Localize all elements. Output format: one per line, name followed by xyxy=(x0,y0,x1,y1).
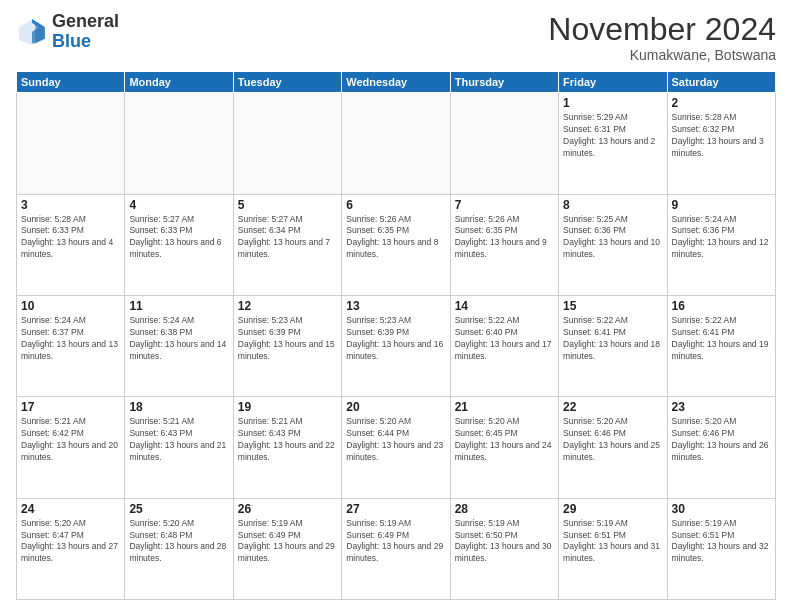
calendar-week-1: 1Sunrise: 5:29 AM Sunset: 6:31 PM Daylig… xyxy=(17,93,776,194)
calendar-cell: 28Sunrise: 5:19 AM Sunset: 6:50 PM Dayli… xyxy=(450,498,558,599)
calendar-cell xyxy=(17,93,125,194)
calendar-table: Sunday Monday Tuesday Wednesday Thursday… xyxy=(16,71,776,600)
day-number: 30 xyxy=(672,502,771,516)
day-number: 24 xyxy=(21,502,120,516)
day-number: 6 xyxy=(346,198,445,212)
calendar-cell: 20Sunrise: 5:20 AM Sunset: 6:44 PM Dayli… xyxy=(342,397,450,498)
day-number: 11 xyxy=(129,299,228,313)
day-info: Sunrise: 5:27 AM Sunset: 6:33 PM Dayligh… xyxy=(129,214,228,262)
calendar-cell: 12Sunrise: 5:23 AM Sunset: 6:39 PM Dayli… xyxy=(233,295,341,396)
day-number: 21 xyxy=(455,400,554,414)
day-info: Sunrise: 5:20 AM Sunset: 6:46 PM Dayligh… xyxy=(563,416,662,464)
header: General Blue November 2024 Kumakwane, Bo… xyxy=(16,12,776,63)
logo-text: General Blue xyxy=(52,12,119,52)
day-number: 27 xyxy=(346,502,445,516)
calendar-cell: 7Sunrise: 5:26 AM Sunset: 6:35 PM Daylig… xyxy=(450,194,558,295)
day-info: Sunrise: 5:19 AM Sunset: 6:50 PM Dayligh… xyxy=(455,518,554,566)
calendar-cell: 5Sunrise: 5:27 AM Sunset: 6:34 PM Daylig… xyxy=(233,194,341,295)
day-number: 28 xyxy=(455,502,554,516)
day-number: 20 xyxy=(346,400,445,414)
day-number: 22 xyxy=(563,400,662,414)
col-sunday: Sunday xyxy=(17,72,125,93)
day-number: 1 xyxy=(563,96,662,110)
logo-icon xyxy=(16,16,48,48)
day-number: 26 xyxy=(238,502,337,516)
calendar-cell: 17Sunrise: 5:21 AM Sunset: 6:42 PM Dayli… xyxy=(17,397,125,498)
col-monday: Monday xyxy=(125,72,233,93)
day-info: Sunrise: 5:19 AM Sunset: 6:49 PM Dayligh… xyxy=(238,518,337,566)
calendar-cell: 11Sunrise: 5:24 AM Sunset: 6:38 PM Dayli… xyxy=(125,295,233,396)
day-number: 23 xyxy=(672,400,771,414)
calendar-cell: 10Sunrise: 5:24 AM Sunset: 6:37 PM Dayli… xyxy=(17,295,125,396)
day-number: 5 xyxy=(238,198,337,212)
calendar-cell xyxy=(125,93,233,194)
calendar-cell: 27Sunrise: 5:19 AM Sunset: 6:49 PM Dayli… xyxy=(342,498,450,599)
day-info: Sunrise: 5:29 AM Sunset: 6:31 PM Dayligh… xyxy=(563,112,662,160)
title-block: November 2024 Kumakwane, Botswana xyxy=(548,12,776,63)
calendar-cell: 16Sunrise: 5:22 AM Sunset: 6:41 PM Dayli… xyxy=(667,295,775,396)
day-info: Sunrise: 5:19 AM Sunset: 6:49 PM Dayligh… xyxy=(346,518,445,566)
page: General Blue November 2024 Kumakwane, Bo… xyxy=(0,0,792,612)
calendar-cell: 29Sunrise: 5:19 AM Sunset: 6:51 PM Dayli… xyxy=(559,498,667,599)
calendar-cell: 22Sunrise: 5:20 AM Sunset: 6:46 PM Dayli… xyxy=(559,397,667,498)
col-wednesday: Wednesday xyxy=(342,72,450,93)
logo-general-text: General xyxy=(52,11,119,31)
day-info: Sunrise: 5:24 AM Sunset: 6:38 PM Dayligh… xyxy=(129,315,228,363)
calendar-cell xyxy=(450,93,558,194)
day-number: 17 xyxy=(21,400,120,414)
day-number: 18 xyxy=(129,400,228,414)
calendar-cell: 18Sunrise: 5:21 AM Sunset: 6:43 PM Dayli… xyxy=(125,397,233,498)
calendar-cell: 13Sunrise: 5:23 AM Sunset: 6:39 PM Dayli… xyxy=(342,295,450,396)
calendar-cell: 23Sunrise: 5:20 AM Sunset: 6:46 PM Dayli… xyxy=(667,397,775,498)
day-info: Sunrise: 5:22 AM Sunset: 6:40 PM Dayligh… xyxy=(455,315,554,363)
day-number: 7 xyxy=(455,198,554,212)
location-subtitle: Kumakwane, Botswana xyxy=(548,47,776,63)
calendar-cell: 4Sunrise: 5:27 AM Sunset: 6:33 PM Daylig… xyxy=(125,194,233,295)
calendar-week-3: 10Sunrise: 5:24 AM Sunset: 6:37 PM Dayli… xyxy=(17,295,776,396)
day-info: Sunrise: 5:27 AM Sunset: 6:34 PM Dayligh… xyxy=(238,214,337,262)
day-number: 8 xyxy=(563,198,662,212)
col-friday: Friday xyxy=(559,72,667,93)
calendar-cell xyxy=(342,93,450,194)
calendar-cell: 26Sunrise: 5:19 AM Sunset: 6:49 PM Dayli… xyxy=(233,498,341,599)
calendar-cell: 14Sunrise: 5:22 AM Sunset: 6:40 PM Dayli… xyxy=(450,295,558,396)
col-tuesday: Tuesday xyxy=(233,72,341,93)
calendar-week-4: 17Sunrise: 5:21 AM Sunset: 6:42 PM Dayli… xyxy=(17,397,776,498)
day-info: Sunrise: 5:20 AM Sunset: 6:44 PM Dayligh… xyxy=(346,416,445,464)
calendar-cell: 8Sunrise: 5:25 AM Sunset: 6:36 PM Daylig… xyxy=(559,194,667,295)
day-info: Sunrise: 5:21 AM Sunset: 6:43 PM Dayligh… xyxy=(129,416,228,464)
day-number: 3 xyxy=(21,198,120,212)
day-info: Sunrise: 5:25 AM Sunset: 6:36 PM Dayligh… xyxy=(563,214,662,262)
day-number: 2 xyxy=(672,96,771,110)
day-info: Sunrise: 5:26 AM Sunset: 6:35 PM Dayligh… xyxy=(455,214,554,262)
day-number: 29 xyxy=(563,502,662,516)
day-info: Sunrise: 5:24 AM Sunset: 6:37 PM Dayligh… xyxy=(21,315,120,363)
day-info: Sunrise: 5:20 AM Sunset: 6:48 PM Dayligh… xyxy=(129,518,228,566)
day-number: 13 xyxy=(346,299,445,313)
month-title: November 2024 xyxy=(548,12,776,47)
day-info: Sunrise: 5:20 AM Sunset: 6:47 PM Dayligh… xyxy=(21,518,120,566)
calendar-cell: 9Sunrise: 5:24 AM Sunset: 6:36 PM Daylig… xyxy=(667,194,775,295)
day-info: Sunrise: 5:21 AM Sunset: 6:43 PM Dayligh… xyxy=(238,416,337,464)
day-number: 12 xyxy=(238,299,337,313)
day-number: 16 xyxy=(672,299,771,313)
day-number: 4 xyxy=(129,198,228,212)
day-number: 15 xyxy=(563,299,662,313)
day-info: Sunrise: 5:22 AM Sunset: 6:41 PM Dayligh… xyxy=(563,315,662,363)
day-info: Sunrise: 5:23 AM Sunset: 6:39 PM Dayligh… xyxy=(346,315,445,363)
day-number: 19 xyxy=(238,400,337,414)
calendar-cell: 19Sunrise: 5:21 AM Sunset: 6:43 PM Dayli… xyxy=(233,397,341,498)
day-info: Sunrise: 5:19 AM Sunset: 6:51 PM Dayligh… xyxy=(672,518,771,566)
day-number: 9 xyxy=(672,198,771,212)
day-info: Sunrise: 5:21 AM Sunset: 6:42 PM Dayligh… xyxy=(21,416,120,464)
calendar-cell: 1Sunrise: 5:29 AM Sunset: 6:31 PM Daylig… xyxy=(559,93,667,194)
col-thursday: Thursday xyxy=(450,72,558,93)
day-info: Sunrise: 5:23 AM Sunset: 6:39 PM Dayligh… xyxy=(238,315,337,363)
calendar-cell: 2Sunrise: 5:28 AM Sunset: 6:32 PM Daylig… xyxy=(667,93,775,194)
day-number: 25 xyxy=(129,502,228,516)
calendar-cell: 30Sunrise: 5:19 AM Sunset: 6:51 PM Dayli… xyxy=(667,498,775,599)
calendar-week-2: 3Sunrise: 5:28 AM Sunset: 6:33 PM Daylig… xyxy=(17,194,776,295)
calendar-cell: 6Sunrise: 5:26 AM Sunset: 6:35 PM Daylig… xyxy=(342,194,450,295)
day-info: Sunrise: 5:26 AM Sunset: 6:35 PM Dayligh… xyxy=(346,214,445,262)
day-info: Sunrise: 5:24 AM Sunset: 6:36 PM Dayligh… xyxy=(672,214,771,262)
